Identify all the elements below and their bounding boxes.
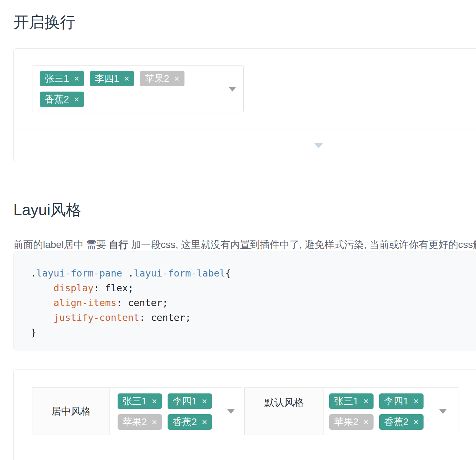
selected-tags-zone: 张三1×李四1×苹果2×香蕉2× xyxy=(32,66,243,112)
tag-label: 苹果2 xyxy=(334,417,358,427)
tag-close-icon[interactable]: × xyxy=(152,417,157,427)
tag-close-icon[interactable]: × xyxy=(202,417,207,427)
selected-tag: 香蕉2× xyxy=(379,414,424,430)
multi-select-wrap-demo[interactable]: 张三1×李四1×苹果2×香蕉2× xyxy=(32,65,244,112)
description-text-bold: 自行 xyxy=(109,239,129,250)
code-line: align-items: center; xyxy=(31,296,476,310)
css-code-block: .layui-form-pane .layui-form-label{ disp… xyxy=(13,251,476,350)
description-text-after: 加一段css, 这里就没有内置到插件中了, 避免样式污染, 当前或许你有更好的c… xyxy=(129,239,476,250)
form-label-centered: 居中风格 xyxy=(32,388,110,435)
tag-label: 苹果2 xyxy=(145,74,169,83)
selected-tag: 张三1× xyxy=(329,393,374,409)
tag-label: 香蕉2 xyxy=(173,417,197,427)
tag-label: 李四1 xyxy=(95,74,119,83)
selected-tag: 李四1× xyxy=(90,71,134,86)
tag-label: 李四1 xyxy=(173,397,197,406)
dropdown-arrow-icon[interactable] xyxy=(439,409,447,414)
tag-label: 香蕉2 xyxy=(45,95,69,104)
multi-select-default[interactable]: 张三1×李四1×苹果2×香蕉2× xyxy=(324,388,458,435)
description-text-before: 前面的label居中 需要 xyxy=(13,239,109,250)
selected-tag: 苹果2× xyxy=(118,414,162,430)
selected-tag: 香蕉2× xyxy=(40,92,84,107)
dropdown-arrow-icon[interactable] xyxy=(228,87,236,92)
code-collapse-bar[interactable] xyxy=(14,130,476,161)
section-heading-layui: Layui风格 xyxy=(13,201,81,219)
tag-label: 苹果2 xyxy=(123,417,147,427)
demo-area: 张三1×李四1×苹果2×香蕉2× xyxy=(14,49,476,130)
tag-close-icon[interactable]: × xyxy=(413,417,419,427)
section-heading-wrap: 开启换行 xyxy=(13,13,75,31)
selected-tag: 李四1× xyxy=(379,393,424,409)
selected-tags-zone: 张三1×李四1×苹果2×香蕉2× xyxy=(110,388,242,435)
form-item-centered: 居中风格 张三1×李四1×苹果2×香蕉2× xyxy=(32,387,242,435)
selected-tag: 张三1× xyxy=(40,71,84,86)
tag-close-icon[interactable]: × xyxy=(413,397,419,406)
tag-label: 李四1 xyxy=(384,397,408,406)
form-item-default: 默认风格 张三1×李四1×苹果2×香蕉2× xyxy=(244,387,458,435)
selected-tag: 李四1× xyxy=(168,393,212,409)
tag-label: 张三1 xyxy=(334,397,358,406)
demo-panel-wrap: 张三1×李四1×苹果2×香蕉2× xyxy=(13,48,476,161)
tag-close-icon[interactable]: × xyxy=(363,397,369,406)
tag-label: 张三1 xyxy=(123,397,147,406)
multi-select-centered[interactable]: 张三1×李四1×苹果2×香蕉2× xyxy=(110,388,242,435)
page: 开启换行 张三1×李四1×苹果2×香蕉2× Layui风格 前面的label居中… xyxy=(0,0,476,460)
tag-label: 香蕉2 xyxy=(384,417,408,427)
layui-form-row: 居中风格 张三1×李四1×苹果2×香蕉2× 默认风格 张三1×李四1×苹果2×香… xyxy=(32,387,458,435)
tag-label: 张三1 xyxy=(45,74,69,83)
tag-close-icon[interactable]: × xyxy=(74,74,79,83)
code-line: } xyxy=(31,325,476,340)
tag-close-icon[interactable]: × xyxy=(202,397,207,406)
code-line: display: flex; xyxy=(31,281,476,296)
demo-panel-layui: 居中风格 张三1×李四1×苹果2×香蕉2× 默认风格 张三1×李四1×苹果2×香… xyxy=(13,369,476,460)
selected-tags-zone: 张三1×李四1×苹果2×香蕉2× xyxy=(324,388,458,435)
tag-close-icon[interactable]: × xyxy=(174,74,179,83)
form-label-default: 默认风格 xyxy=(245,388,324,435)
selected-tag: 苹果2× xyxy=(140,71,184,86)
selected-tag: 香蕉2× xyxy=(168,414,212,430)
collapse-arrow-icon xyxy=(314,143,323,148)
selected-tag: 张三1× xyxy=(118,393,162,409)
dropdown-arrow-icon[interactable] xyxy=(227,409,235,414)
tag-close-icon[interactable]: × xyxy=(124,74,129,83)
tag-close-icon[interactable]: × xyxy=(74,95,79,104)
code-line: .layui-form-pane .layui-form-label{ xyxy=(31,266,476,281)
section-description: 前面的label居中 需要 自行 加一段css, 这里就没有内置到插件中了, 避… xyxy=(13,238,476,251)
tag-close-icon[interactable]: × xyxy=(363,417,369,427)
selected-tag: 苹果2× xyxy=(329,414,374,430)
code-line: justify-content: center; xyxy=(31,310,476,325)
tag-close-icon[interactable]: × xyxy=(152,397,157,406)
